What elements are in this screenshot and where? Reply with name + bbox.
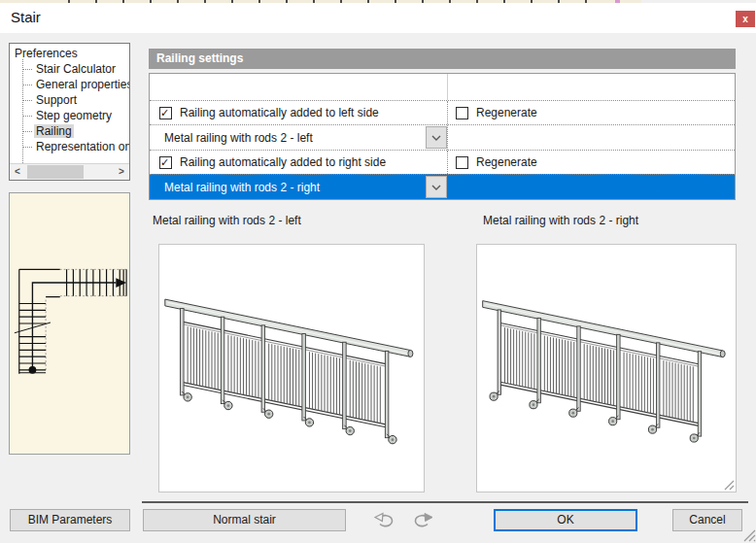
title-bar: Stair x	[0, 3, 756, 33]
left-auto-label: Railing automatically added to left side	[180, 106, 379, 119]
left-railing-dropdown-row[interactable]: Metal railing with rods 2 - left	[150, 124, 735, 150]
column-divider	[447, 125, 448, 150]
check-icon: ✓	[160, 107, 171, 119]
close-button[interactable]: x	[736, 11, 755, 27]
chevron-down-icon	[431, 135, 441, 141]
pane-resize-grip-icon[interactable]	[722, 480, 735, 491]
column-divider	[447, 151, 448, 174]
footer-divider	[142, 501, 748, 503]
right-railing-dropdown-row[interactable]: Metal railing with rods 2 - right	[150, 174, 735, 199]
preferences-tree-panel: Preferences Stair Calculator General pro…	[9, 43, 130, 181]
cancel-button[interactable]: Cancel	[672, 509, 742, 531]
railing-settings-grid: ✓ Railing automatically added to left si…	[149, 73, 736, 200]
grid-header-row	[150, 74, 735, 100]
chevron-down-icon	[431, 185, 441, 190]
scroll-left-icon[interactable]: <	[10, 164, 25, 180]
left-dropdown-button[interactable]	[426, 126, 447, 149]
tree-item-railing[interactable]: Railing	[22, 123, 129, 139]
left-regenerate-checkbox[interactable]: ✓	[456, 107, 468, 119]
column-divider	[447, 74, 448, 100]
check-icon: ✓	[160, 156, 171, 169]
tree-horizontal-scrollbar[interactable]: < >	[10, 163, 129, 180]
bim-parameters-button[interactable]: BIM Parameters	[10, 509, 130, 531]
tree-item-general-properties[interactable]: General properties	[22, 77, 129, 92]
scroll-right-icon[interactable]: >	[114, 164, 129, 180]
tree-root-preferences[interactable]: Preferences	[10, 44, 129, 61]
right-preview-label: Metal railing with rods 2 - right	[483, 214, 638, 227]
row-right-auto: ✓ Railing automatically added to right s…	[150, 150, 735, 174]
stair-plan-preview	[9, 192, 130, 455]
window-resize-grip-icon[interactable]	[742, 528, 756, 542]
left-railing-preview-pane	[158, 244, 425, 492]
right-regenerate-checkbox[interactable]: ✓	[456, 156, 468, 169]
left-regenerate-label: Regenerate	[476, 106, 537, 119]
left-railing-dropdown-value[interactable]: Metal railing with rods 2 - left	[150, 131, 313, 145]
redo-icon[interactable]	[408, 512, 434, 528]
ok-button[interactable]: OK	[494, 509, 637, 531]
tree-item-step-geometry[interactable]: Step geometry	[22, 108, 129, 123]
dialog-title: Stair	[11, 9, 41, 25]
railing-preview-figure	[477, 245, 736, 492]
railing-settings-header: Railing settings	[149, 49, 736, 69]
row-left-auto: ✓ Railing automatically added to left si…	[150, 100, 735, 124]
tree-item-stair-calculator[interactable]: Stair Calculator	[22, 61, 129, 77]
right-auto-label: Railing automatically added to right sid…	[180, 155, 386, 169]
right-regenerate-label: Regenerate	[476, 155, 537, 169]
stair-dialog: Stair x Preferences Stair Calculator Gen…	[0, 0, 756, 543]
left-auto-checkbox[interactable]: ✓	[159, 107, 172, 119]
right-railing-dropdown-value[interactable]: Metal railing with rods 2 - right	[150, 181, 320, 194]
tree-item-representation[interactable]: Representation on th	[22, 139, 129, 154]
scrollbar-thumb[interactable]	[27, 165, 84, 179]
right-dropdown-button[interactable]	[426, 176, 447, 198]
tree-item-support[interactable]: Support	[22, 92, 129, 108]
undo-icon[interactable]	[373, 512, 399, 528]
railing-preview-figure	[159, 245, 424, 492]
column-divider	[447, 101, 448, 124]
scrollbar-track[interactable]	[25, 164, 114, 180]
stair-type-button[interactable]: Normal stair	[143, 509, 346, 531]
stair-plan-figure	[10, 193, 129, 454]
right-auto-checkbox[interactable]: ✓	[159, 156, 172, 169]
right-railing-preview-pane	[476, 244, 737, 492]
column-divider	[447, 175, 448, 199]
left-preview-label: Metal railing with rods 2 - left	[153, 214, 301, 227]
